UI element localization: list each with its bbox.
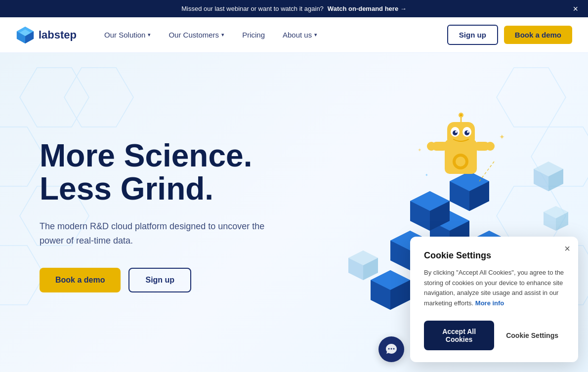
hero-title-line1: More Science. (40, 138, 252, 173)
hero-subtitle: The modern R&D cloud platform designed t… (40, 219, 267, 248)
chevron-down-icon: ▾ (148, 32, 151, 38)
svg-point-80 (486, 142, 495, 151)
svg-point-66 (456, 157, 465, 166)
hero-title-line2: Less Grind. (40, 171, 213, 207)
nav-about-us-label: About us (283, 31, 312, 39)
nav-our-solution-label: Our Solution (104, 31, 145, 39)
banner-link[interactable]: Watch on-demand here → (328, 5, 407, 12)
hero-book-demo-button[interactable]: Book a demo (40, 268, 121, 292)
top-banner: Missed our last webinar or want to watch… (0, 0, 588, 17)
navbar: labstep Our Solution ▾ Our Customers ▾ P… (0, 17, 588, 53)
hero-signup-button[interactable]: Sign up (128, 268, 191, 292)
signin-button[interactable]: Sign up (447, 25, 498, 45)
svg-text:✦: ✦ (425, 173, 428, 177)
hero-title: More Science. Less Grind. (40, 139, 267, 206)
logo[interactable]: labstep (16, 26, 77, 44)
cookie-settings-button[interactable]: Cookie Settings (500, 325, 564, 346)
nav-actions: Sign up Book a demo (447, 25, 572, 45)
svg-point-73 (467, 131, 469, 133)
svg-point-85 (391, 348, 392, 350)
svg-point-76 (460, 114, 462, 116)
chevron-down-icon: ▾ (314, 32, 317, 38)
chat-icon (385, 343, 398, 356)
svg-point-79 (427, 142, 436, 151)
cookie-modal: × Cookie Settings By clicking "Accept Al… (410, 237, 578, 362)
logo-text: labstep (39, 29, 77, 41)
cookie-body: By clicking "Accept All Cookies", you ag… (424, 268, 564, 309)
nav-our-customers-label: Our Customers (168, 31, 219, 39)
nav-our-customers[interactable]: Our Customers ▾ (161, 27, 232, 43)
svg-marker-6 (0, 127, 44, 186)
banner-close-button[interactable]: × (573, 4, 578, 13)
svg-point-86 (393, 348, 395, 350)
svg-point-70 (453, 130, 458, 135)
nav-pricing-label: Pricing (242, 31, 265, 39)
svg-text:✦: ✦ (499, 133, 505, 141)
nav-our-solution[interactable]: Our Solution ▾ (96, 27, 159, 43)
banner-text: Missed our last webinar or want to watch… (181, 5, 324, 12)
logo-icon (16, 26, 35, 44)
svg-text:✦: ✦ (418, 147, 421, 153)
svg-marker-5 (20, 68, 89, 127)
svg-point-71 (464, 130, 469, 135)
svg-point-84 (388, 348, 390, 350)
cookie-close-button[interactable]: × (564, 244, 570, 253)
hero-buttons: Book a demo Sign up (40, 268, 267, 292)
svg-marker-9 (64, 68, 133, 127)
cookie-actions: Accept All Cookies Cookie Settings (424, 321, 564, 350)
chevron-down-icon: ▾ (221, 32, 224, 38)
nav-pricing[interactable]: Pricing (234, 27, 273, 43)
nav-links: Our Solution ▾ Our Customers ▾ Pricing A… (96, 27, 447, 43)
chat-bubble[interactable] (378, 336, 404, 362)
hero-content: More Science. Less Grind. The modern R&D… (40, 139, 267, 292)
accept-all-cookies-button[interactable]: Accept All Cookies (424, 321, 494, 350)
nav-about-us[interactable]: About us ▾ (275, 27, 325, 43)
book-demo-nav-button[interactable]: Book a demo (504, 26, 572, 44)
svg-point-72 (455, 131, 457, 133)
cookie-title: Cookie Settings (424, 250, 564, 261)
svg-marker-8 (0, 246, 44, 305)
cookie-more-info-link[interactable]: More info (475, 299, 504, 307)
